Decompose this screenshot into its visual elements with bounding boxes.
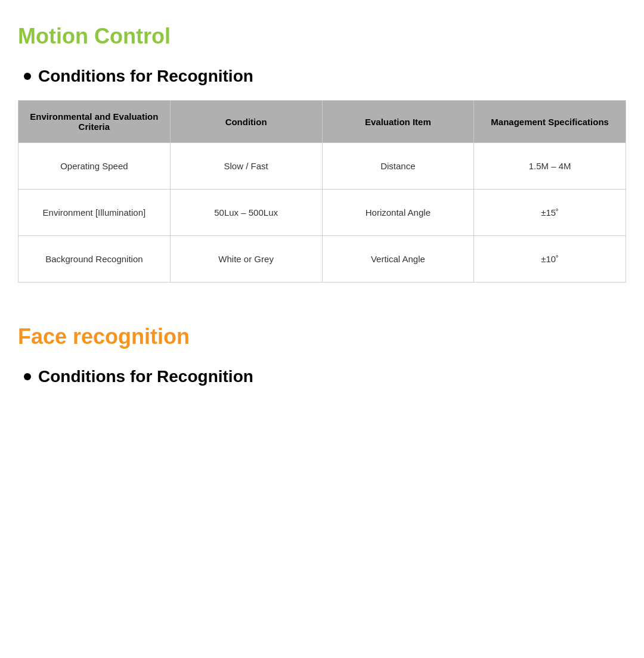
header-evaluation: Evaluation Item [322, 101, 474, 143]
cell-management: ±15˚ [474, 190, 626, 236]
cell-evaluation: Horizontal Angle [322, 190, 474, 236]
cell-condition: Slow / Fast [170, 143, 322, 190]
cell-criteria: Background Recognition [18, 236, 171, 283]
table-row: Operating SpeedSlow / FastDistance1.5M –… [18, 143, 626, 190]
cell-management: ±10˚ [474, 236, 626, 283]
header-condition: Condition [170, 101, 322, 143]
table-row: Background RecognitionWhite or GreyVerti… [18, 236, 626, 283]
cell-management: 1.5M – 4M [474, 143, 626, 190]
header-criteria: Environmental and Evaluation Criteria [18, 101, 171, 143]
face-recognition-section: Face recognition Conditions for Recognit… [18, 324, 626, 386]
cell-evaluation: Vertical Angle [322, 236, 474, 283]
header-management: Management Specifications [474, 101, 626, 143]
cell-criteria: Operating Speed [18, 143, 171, 190]
table-row: Environment [Illumination]50Lux – 500Lux… [18, 190, 626, 236]
cell-condition: 50Lux – 500Lux [170, 190, 322, 236]
table-header-row: Environmental and Evaluation Criteria Co… [18, 101, 626, 143]
motion-table: Environmental and Evaluation Criteria Co… [18, 100, 626, 283]
face-bullet-icon [24, 373, 31, 380]
face-subsection-title: Conditions for Recognition [18, 367, 626, 386]
motion-control-title: Motion Control [18, 24, 626, 49]
cell-criteria: Environment [Illumination] [18, 190, 171, 236]
cell-condition: White or Grey [170, 236, 322, 283]
cell-evaluation: Distance [322, 143, 474, 190]
motion-subsection-title: Conditions for Recognition [18, 67, 626, 86]
bullet-icon [24, 73, 31, 80]
motion-control-section: Motion Control Conditions for Recognitio… [18, 24, 626, 283]
face-recognition-title: Face recognition [18, 324, 626, 349]
